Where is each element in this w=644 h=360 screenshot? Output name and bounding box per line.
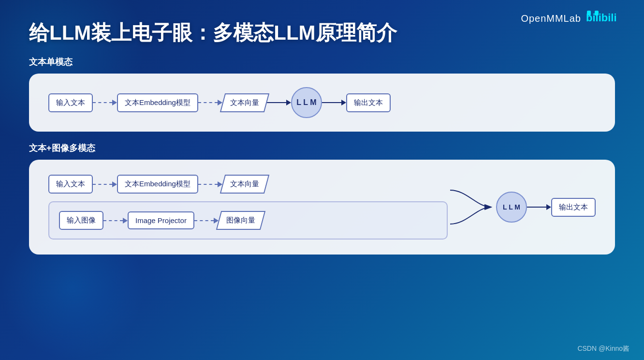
s1-llm: L L M	[291, 87, 322, 118]
svg-rect-1	[587, 11, 591, 15]
s1-output: 输出文本	[346, 93, 391, 112]
s2-text-flow: 输入文本 文本Embedding模型 文本向量	[48, 175, 448, 194]
s2-image-subbox: 输入图像 Image Projector 图像向量	[48, 201, 448, 240]
s1-arrow3	[267, 100, 291, 105]
section1-diagram: 输入文本 文本Embedding模型 文本向量	[29, 74, 615, 132]
s2-output: 输出文本	[551, 198, 596, 217]
bilibili-logo: bilibili	[586, 10, 629, 27]
s2-text-arrow1	[93, 181, 117, 187]
s2-llm: L L M	[496, 192, 527, 223]
s1-arrow2	[198, 100, 222, 105]
footer-credit: CSDN @Kinno酱	[577, 345, 629, 353]
s1-embedding: 文本Embedding模型	[117, 93, 198, 112]
section1-flow: 输入文本 文本Embedding模型 文本向量	[48, 87, 596, 118]
s1-text-vector: 文本向量	[220, 93, 269, 112]
s2-projector: Image Projector	[128, 211, 194, 229]
section1-label: 文本单模态	[29, 56, 615, 68]
s1-arrow1	[93, 100, 117, 105]
s2-embedding: 文本Embedding模型	[117, 175, 198, 194]
merge-arrows-svg	[448, 173, 496, 241]
s2-image-flow: 输入图像 Image Projector 图像向量	[59, 211, 244, 230]
s2-output-arrow	[527, 204, 551, 210]
s2-text-vector: 文本向量	[220, 175, 269, 194]
s1-arrow4	[322, 100, 346, 105]
s2-image-vector: 图像向量	[216, 211, 265, 230]
section2-label: 文本+图像多模态	[29, 142, 615, 154]
section2-diagram: 输入文本 文本Embedding模型 文本向量	[29, 160, 615, 255]
s2-text-arrow2	[198, 181, 222, 187]
s1-input-text: 输入文本	[48, 93, 93, 112]
svg-rect-2	[595, 11, 599, 15]
s2-image-arrow1	[103, 218, 128, 224]
openmmlab-logo: OpenMMLab	[521, 13, 581, 24]
logo-area: OpenMMLab bilibili	[521, 10, 629, 27]
s2-image-arrow2	[194, 218, 219, 224]
s2-input-image: 输入图像	[59, 211, 103, 230]
s2-input-text: 输入文本	[48, 175, 93, 194]
